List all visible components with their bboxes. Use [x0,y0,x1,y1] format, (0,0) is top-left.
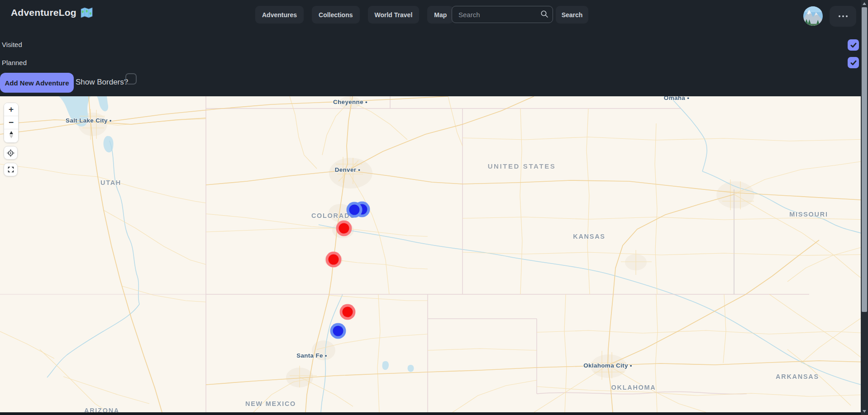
scroll-down-arrow-icon[interactable] [863,410,866,413]
check-icon [850,42,857,49]
geolocate-button[interactable] [4,146,18,160]
city-label: Cheyenne• [333,99,367,105]
state-label: OKLAHOMA [611,384,656,391]
zoom-out-button[interactable]: − [4,116,18,129]
zoom-in-button[interactable]: + [4,103,18,116]
ellipsis-icon [839,15,840,17]
roads-minor-layer [0,96,868,412]
fullscreen-button[interactable] [4,163,18,176]
app-logo[interactable]: AdventureLog [11,7,93,18]
app-title: AdventureLog [11,7,76,18]
map-canvas[interactable]: UNITED STATESUTAHCOLORADOKANSASMISSOURIO… [0,96,868,412]
map-zoom-controls: + − [4,103,19,143]
search-box [452,6,553,23]
show-borders-label: Show Borders? [76,78,128,87]
show-borders-checkbox[interactable] [125,73,137,85]
state-label: ARKANSAS [776,373,819,380]
planned-label: Planned [2,59,27,66]
state-label: NEW MEXICO [245,400,296,407]
menu-ellipsis-button[interactable] [830,6,856,27]
add-new-adventure-button[interactable]: Add New Adventure [0,73,74,93]
adventure-marker-red[interactable] [340,304,356,320]
roads-major-layer [0,96,868,412]
nav-world-travel[interactable]: World Travel [368,6,420,24]
planned-checkbox[interactable] [848,57,859,68]
water-lakes-layer [59,96,414,372]
state-label: ARIZONA [84,407,119,412]
map-art [0,96,868,412]
adventurelog-app: AdventureLog AdventuresCollectionsWorld … [0,0,868,415]
country-label: UNITED STATES [488,162,556,170]
avatar-mountain-photo [803,6,823,26]
check-icon [850,59,857,66]
search-button[interactable]: Search [556,6,588,24]
horizontal-scrollbar[interactable] [0,412,868,415]
scrollbar-thumb[interactable] [862,7,867,312]
fullscreen-expand-icon [7,165,15,174]
compass-icon [9,131,14,139]
adventure-marker-red[interactable] [326,252,342,268]
city-label: Oklahoma City• [583,362,632,369]
nav-map[interactable]: Map [427,6,453,24]
adventure-marker-blue[interactable] [347,202,362,218]
nav-adventures[interactable]: Adventures [255,6,304,24]
nav-collections[interactable]: Collections [312,6,359,24]
search-input[interactable] [452,6,553,23]
city-label: Denver• [335,166,361,173]
city-label: Salt Lake City• [66,117,112,124]
adventure-marker-blue[interactable] [330,323,346,339]
water-rivers-layer [47,96,868,412]
state-label: MISSOURI [789,211,828,218]
city-label: Santa Fe• [296,352,327,359]
scroll-up-arrow-icon[interactable] [863,2,866,5]
visited-label: Visited [2,41,22,48]
search-icon [540,10,548,20]
compass-button[interactable] [4,129,18,142]
world-map-icon [81,7,93,18]
visited-checkbox[interactable] [848,39,859,51]
state-label: KANSAS [573,233,605,240]
avatar[interactable] [803,6,823,26]
nav-links: AdventuresCollectionsWorld TravelMap [255,6,453,24]
city-label: Omaha• [664,96,689,101]
vertical-scrollbar[interactable] [861,0,868,415]
geolocate-target-icon [6,149,15,157]
navbar: AdventureLog AdventuresCollectionsWorld … [0,0,868,29]
state-label: UTAH [100,179,121,186]
adventure-marker-red[interactable] [336,221,352,236]
